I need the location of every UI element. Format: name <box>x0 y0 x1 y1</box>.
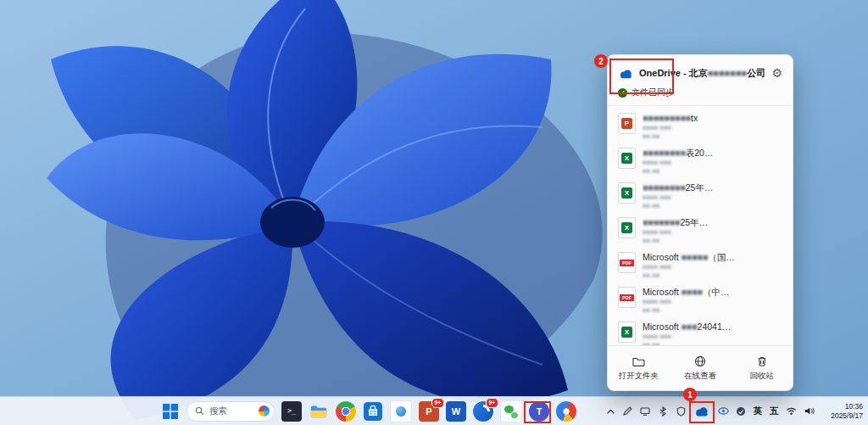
pdf-file-icon: PDF <box>618 252 636 273</box>
search-box[interactable]: 搜索 <box>186 401 275 422</box>
ime-language-indicator[interactable]: 英 <box>753 405 763 417</box>
file-title-suffix: tx <box>691 113 698 123</box>
onedrive-flyout: OneDrive - 北京■■■■■■■公司 ⚙ ✓ 文件已同步 P ■■■■■… <box>607 54 793 391</box>
file-title: ■■■■■■■25年… <box>643 216 782 228</box>
excel-file-icon: X <box>618 148 636 169</box>
taskbar-app-browser[interactable] <box>336 401 356 422</box>
desktop-screen: OneDrive - 北京■■■■■■■公司 ⚙ ✓ 文件已同步 P ■■■■■… <box>0 0 868 425</box>
notification-badge: 9+ <box>486 398 498 408</box>
file-subtitle: ■■■■ ■■■ <box>643 298 782 306</box>
file-title-redacted: ■■■■■ <box>682 252 709 262</box>
system-tray: 英 五 10:36 2025/9/17 <box>605 397 866 425</box>
file-item[interactable]: X ■■■■■■■■表20… ■■■■ ■■■ ■■ ■■ <box>608 143 793 177</box>
file-meta: Microsoft ■■■24041… ■■■■ ■■■ ■■ ■■ <box>643 321 782 345</box>
file-title: Microsoft ■■■■■（国… <box>643 251 782 263</box>
wifi-icon <box>786 406 797 416</box>
file-meta: Microsoft ■■■■（中… ■■■■ ■■■ ■■ ■■ <box>643 286 782 312</box>
tray-expand-button[interactable] <box>605 408 615 415</box>
taskbar-app-store[interactable] <box>363 401 383 422</box>
file-subtitle: ■■■■ ■■■ <box>643 124 782 132</box>
tray-monitor-icon[interactable] <box>639 406 651 417</box>
file-item[interactable]: X ■■■■■■■25年… ■■■■ ■■■ ■■ ■■ <box>608 212 793 247</box>
powerpoint-file-icon: P <box>618 113 636 134</box>
excel-file-icon: X <box>618 182 636 204</box>
file-title-suffix: 24041… <box>698 322 732 332</box>
tray-app-icon[interactable] <box>735 406 747 417</box>
wechat-bubble <box>511 412 518 418</box>
windows-logo-icon <box>163 404 178 419</box>
notification-badge: 9+ <box>431 398 444 408</box>
store-icon <box>364 402 382 421</box>
sync-check-icon: ✓ <box>618 88 627 98</box>
tray-pen-icon[interactable] <box>621 406 633 417</box>
sync-status-text: 文件已同步 <box>632 87 674 98</box>
file-meta: ■■■■■■■■表20… ■■■■ ■■■ ■■ ■■ <box>643 147 782 173</box>
search-label: 搜索 <box>209 405 227 417</box>
file-title-prefix: Microsoft <box>643 322 682 332</box>
file-title-prefix: Microsoft <box>643 287 682 297</box>
file-title-suffix: 25年… <box>686 182 714 193</box>
taskbar-app-teams[interactable]: T <box>529 401 549 422</box>
file-item[interactable]: X Microsoft ■■■24041… ■■■■ ■■■ ■■ ■■ <box>608 316 793 345</box>
ime-mode-indicator[interactable]: 五 <box>769 405 779 417</box>
tray-bluetooth-icon[interactable] <box>657 406 669 417</box>
excel-file-icon: X <box>618 217 636 238</box>
file-item[interactable]: PDF Microsoft ■■■■■（国… ■■■■ ■■■ ■■ ■■ <box>608 247 793 282</box>
file-title: Microsoft ■■■24041… <box>643 321 782 333</box>
pdf-file-icon: PDF <box>618 287 636 308</box>
file-subtitle: ■■■■ ■■■ <box>643 333 782 341</box>
view-online-label: 在线查看 <box>684 371 716 382</box>
file-title: ■■■■■■■■25年… <box>643 182 782 193</box>
taskbar-app-chat[interactable]: 9+ <box>473 401 493 422</box>
recent-file-list: P ■■■■■■■■■tx ■■■■ ■■■ ■■ ■■ X ■■■■■■■■表… <box>608 105 793 345</box>
taskbar-center-group: 搜索 >_ <box>161 397 576 425</box>
view-online-button[interactable]: 在线查看 <box>670 346 732 390</box>
file-meta: ■■■■■■■25年… ■■■■ ■■■ ■■ ■■ <box>643 216 782 243</box>
open-folder-label: 打开文件夹 <box>619 371 659 382</box>
taskbar-app-wechat[interactable] <box>500 400 522 422</box>
volume-button[interactable] <box>803 406 815 416</box>
file-item[interactable]: X ■■■■■■■■25年… ■■■■ ■■■ ■■ ■■ <box>608 177 793 212</box>
start-button[interactable] <box>161 402 180 421</box>
tray-shield-icon[interactable] <box>675 406 687 417</box>
settings-gear-icon[interactable]: ⚙ <box>771 67 782 79</box>
sync-status-row: ✓ 文件已同步 <box>608 82 793 105</box>
file-item[interactable]: PDF Microsoft ■■■■（中… ■■■■ ■■■ ■■ ■■ <box>608 282 793 316</box>
taskbar-app-terminal[interactable]: >_ <box>281 401 302 422</box>
clock-date: 2025/9/17 <box>831 411 863 420</box>
clock-time: 10:36 <box>845 402 863 411</box>
recycle-bin-button[interactable]: 回收站 <box>731 346 793 390</box>
taskbar-app-light[interactable] <box>390 400 412 422</box>
flyout-title-suffix: 公司 <box>747 68 765 78</box>
flyout-footer: 打开文件夹 在线查看 回收站 <box>608 345 793 390</box>
speaker-icon <box>804 406 815 416</box>
file-title-redacted: ■■■■ <box>682 287 703 297</box>
file-item[interactable]: P ■■■■■■■■■tx ■■■■ ■■■ ■■ ■■ <box>608 108 793 143</box>
taskbar-clock[interactable]: 10:36 2025/9/17 <box>821 402 863 421</box>
file-subtitle: ■■■■ ■■■ <box>643 159 782 167</box>
file-title: ■■■■■■■■■tx <box>643 112 782 124</box>
file-title-suffix: 25年… <box>680 217 708 227</box>
taskbar-app-word[interactable]: W <box>446 401 466 422</box>
file-subtitle: ■■ ■■ <box>643 306 782 315</box>
file-title: Microsoft ■■■■（中… <box>643 286 782 298</box>
onedrive-cloud-icon <box>618 67 634 80</box>
word-glyph: W <box>452 406 460 417</box>
onedrive-tray-icon[interactable] <box>693 405 711 417</box>
taskbar-app-file-explorer[interactable] <box>309 401 329 422</box>
flyout-title: OneDrive - 北京■■■■■■■公司 <box>639 67 766 80</box>
file-meta: ■■■■■■■■■tx ■■■■ ■■■ ■■ ■■ <box>643 112 782 138</box>
taskbar-app-powerpoint[interactable]: P 9+ <box>419 401 439 422</box>
annotation-badge-step1: 1 <box>683 388 697 401</box>
file-subtitle: ■■■■ ■■■ <box>643 193 782 202</box>
file-subtitle: ■■ ■■ <box>643 271 782 280</box>
open-folder-button[interactable]: 打开文件夹 <box>608 346 670 390</box>
file-title-redacted: ■■■■■■■■ <box>643 182 686 193</box>
tray-eye-icon[interactable] <box>717 407 729 415</box>
file-subtitle: ■■ ■■ <box>643 167 782 176</box>
network-button[interactable] <box>785 406 797 416</box>
trash-icon <box>755 355 769 368</box>
file-subtitle: ■■ ■■ <box>643 202 782 210</box>
chevron-up-icon <box>606 408 615 415</box>
taskbar-app-highlighted[interactable] <box>556 401 576 422</box>
